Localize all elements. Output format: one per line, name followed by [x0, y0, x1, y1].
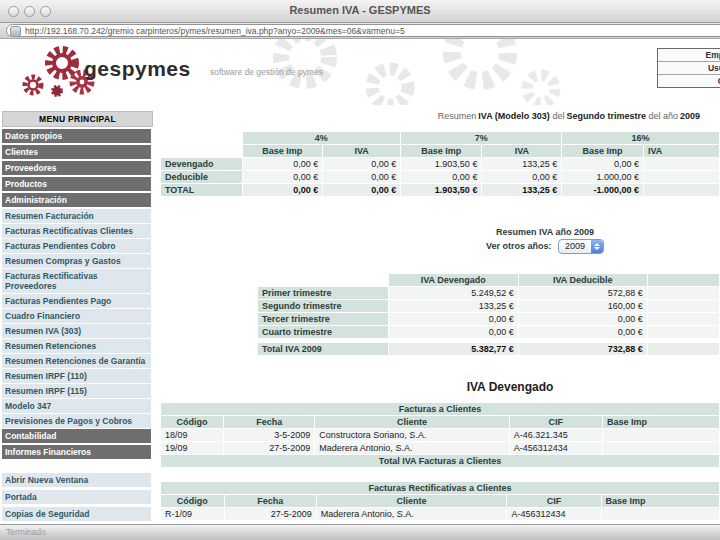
rate-group-16: 16% [562, 132, 719, 144]
sidebar-item-productos[interactable]: Productos [2, 177, 151, 191]
browser-window: Resumen IVA - GESPYMES [0, 0, 720, 540]
cell: 0,00 € [243, 158, 323, 170]
page-icon [10, 26, 21, 37]
sidebar-item-facturas-rectificativas-clientes[interactable]: Facturas Rectificativas Clientes [2, 224, 151, 238]
cell: 0,00 € [389, 326, 518, 338]
cell-codigo: R-1/09 [161, 508, 224, 520]
sidebar-item-resumen-facturacion[interactable]: Resumen Facturación [2, 209, 151, 223]
sidebar-item-resumen-irpf-115[interactable]: Resumen IRPF (115) [2, 384, 151, 398]
cell: 0,00 € [323, 184, 400, 196]
sidebar-item-portada[interactable]: Portada [2, 490, 151, 504]
table-row: Primer trimestre 5.249,52 € 572,88 € [258, 287, 719, 299]
cell: 0,00 € [243, 171, 323, 183]
row-label: Devengado [161, 158, 242, 170]
row-label: Deducible [161, 171, 242, 183]
table-row: Devengado 0,00 € 0,00 € 1.903,50 € 133,2… [161, 158, 719, 170]
cell: 160,00 € [519, 300, 647, 312]
cell-clipped [603, 429, 719, 441]
cell-clipped [648, 300, 719, 312]
title-part-bold: Segundo trimestre [566, 111, 646, 121]
sidebar-item-previsiones-pagos-cobros[interactable]: Previsiones de Pagos y Cobros [2, 414, 151, 428]
sidebar-item-resumen-irpf-110[interactable]: Resumen IRPF (110) [2, 369, 151, 383]
cell-cif: A-456312434 [510, 442, 602, 454]
gespymes-logo: gespymes software de gestión de pymes [18, 43, 358, 105]
cell-cliente: Maderera Antonio, S.A. [315, 442, 508, 454]
col-header-codigo: Código [161, 416, 223, 428]
cell-clipped [648, 343, 719, 355]
facturas-rectificativas-table: Facturas Rectificativas a Clientes Códig… [160, 481, 720, 521]
cell: 133,25 € [482, 184, 561, 196]
account-row-usuario[interactable]: Usu [658, 62, 720, 75]
sidebar-item-facturas-pendientes-cobro[interactable]: Facturas Pendientes Cobro [2, 239, 151, 253]
table-row: Cuarto trimestre 0,00 € 0,00 € [258, 326, 719, 338]
row-label: Tercer trimestre [258, 313, 388, 325]
row-label: Cuarto trimestre [258, 326, 388, 338]
select-stepper-icon [591, 240, 603, 253]
sidebar-item-administracion[interactable]: Administración [2, 193, 151, 207]
table-total-row: Total IVA Facturas a Clientes [161, 455, 719, 467]
table-row: Tercer trimestre 0,00 € 0,00 € [258, 313, 719, 325]
col-header-cif: CIF [507, 495, 600, 507]
sidebar-item-copias-seguridad[interactable]: Copias de Seguridad [2, 507, 151, 521]
col-header-cif: CIF [510, 416, 602, 428]
cell-clipped [602, 508, 720, 520]
col-header: Base Imp [243, 145, 323, 157]
sidebar-item-contabilidad[interactable]: Contabilidad [2, 429, 151, 443]
cell: 0,00 € [389, 313, 518, 325]
logo-tagline: software de gestión de pymes [210, 67, 360, 77]
table-row: 19/09 27-5-2009 Maderera Antonio, S.A. A… [161, 442, 719, 454]
sidebar-item-clientes[interactable]: Clientes [2, 145, 151, 159]
main-menu: MENU PRINCIPAL Datos propios Clientes Pr… [2, 111, 153, 540]
year-select[interactable]: 2009 [558, 239, 604, 254]
account-box: Emp Usu C [657, 48, 720, 88]
sidebar-item-proveedores[interactable]: Proveedores [2, 161, 151, 175]
sidebar-item-resumen-retenciones-garantia[interactable]: Resumen Retenciones de Garantía [2, 354, 151, 368]
page-content: gespymes software de gestión de pymes Em… [0, 39, 720, 525]
cell: 732,88 € [519, 343, 647, 355]
cell-clipped [603, 442, 719, 454]
col-header-iva-deducible: IVA Deducible [519, 274, 647, 286]
page-title: ResumenIVA (Modelo 303) delSegundo trime… [160, 111, 705, 121]
account-row-c[interactable]: C [658, 75, 720, 87]
sidebar-item-resumen-iva-303[interactable]: Resumen IVA (303) [2, 324, 151, 338]
cell-cif: A-456312434 [507, 508, 600, 520]
sidebar-item-abrir-nueva-ventana[interactable]: Abrir Nueva Ventana [2, 473, 151, 487]
title-bar: Resumen IVA - GESPYMES [0, 0, 720, 23]
address-input[interactable] [6, 24, 720, 37]
cell: 0,00 € [519, 326, 647, 338]
sidebar-item-datos-propios[interactable]: Datos propios [2, 129, 151, 143]
cell: -1.000,00 € [562, 184, 643, 196]
cell: 0,00 € [482, 171, 561, 183]
cell: 1.000,00 € [562, 171, 643, 183]
sidebar-item-facturas-pendientes-pago[interactable]: Facturas Pendientes Pago [2, 294, 151, 308]
cell-fecha: 3-5-2009 [224, 429, 314, 441]
cell-clipped [644, 171, 719, 183]
cell-cliente: Maderera Antonio, S.A. [317, 508, 507, 520]
title-part: Resumen [438, 111, 477, 121]
cell: 0,00 € [519, 313, 647, 325]
logo-name: gespymes [84, 57, 191, 81]
title-part-bold: 2009 [680, 111, 700, 121]
year-select-label: Ver otros años: [486, 241, 552, 251]
col-header-fecha: Fecha [225, 495, 316, 507]
cell-clipped [648, 313, 719, 325]
cell-fecha: 27-5-2009 [224, 442, 314, 454]
sidebar-item-resumen-compras-gastos[interactable]: Resumen Compras y Gastos [2, 254, 151, 268]
account-row-empresa[interactable]: Emp [658, 49, 720, 62]
cell: 5.249,52 € [389, 287, 518, 299]
col-header-clipped: Base Imp [602, 495, 720, 507]
sidebar-item-facturas-rectificativas-proveedores[interactable]: Facturas Rectificativas Proveedores [2, 269, 151, 293]
sidebar-item-modelo-347[interactable]: Modelo 347 [2, 399, 151, 413]
sidebar-item-cuadro-financiero[interactable]: Cuadro Financiero [2, 309, 151, 323]
cell: 5.382,77 € [389, 343, 518, 355]
cell-cliente: Constructora Soriano, S.A. [315, 429, 508, 441]
table-row: R-1/09 27-5-2009 Maderera Antonio, S.A. … [161, 508, 719, 520]
rate-group-4: 4% [243, 132, 401, 144]
sidebar-item-resumen-retenciones[interactable]: Resumen Retenciones [2, 339, 151, 353]
col-header: IVA [482, 145, 561, 157]
rate-group-7: 7% [401, 132, 561, 144]
cell-clipped [644, 158, 719, 170]
sidebar-item-informes-financieros[interactable]: Informes Financieros [2, 445, 151, 459]
col-header: Base Imp [562, 145, 643, 157]
col-header-clipped: IVA [644, 145, 719, 157]
